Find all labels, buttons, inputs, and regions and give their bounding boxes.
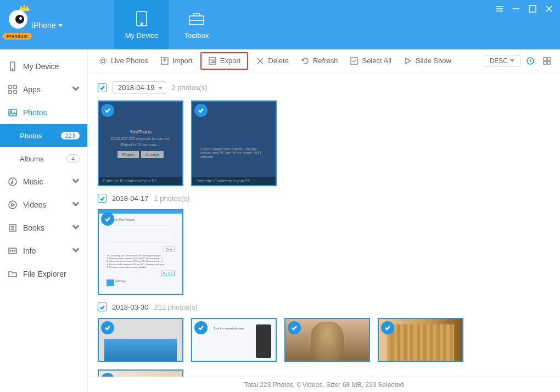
sidebar-item-info[interactable]: Info [0, 239, 87, 262]
sidebar: My Device Apps Photos Photos 223 Albums … [0, 49, 88, 392]
date-group-header: 2018-03-30 212 photos(s) [98, 303, 550, 311]
delete-button[interactable]: Delete [251, 54, 293, 68]
selected-check-icon [194, 321, 208, 334]
sidebar-item-videos[interactable]: Videos [0, 193, 87, 216]
tab-toolbox[interactable]: Toolbox [169, 0, 224, 49]
status-bar: Total 223 Photos, 0 Videos, Size: 68 MB,… [88, 377, 560, 392]
svg-rect-8 [529, 5, 536, 12]
date-group: 2018-04-17 1 photos(s) Windows iPad Netw… [98, 194, 550, 295]
music-icon [8, 177, 18, 187]
window-controls [495, 4, 553, 13]
caret-down-icon [58, 24, 63, 27]
menu-icon[interactable] [495, 4, 504, 13]
photos-icon [8, 108, 18, 117]
photo-thumbnail[interactable] [284, 318, 370, 362]
svg-rect-0 [137, 12, 147, 26]
svg-rect-17 [9, 109, 16, 116]
apps-icon [8, 85, 18, 94]
date-dropdown[interactable]: 2018-04-19 [112, 81, 166, 94]
sidebar-item-music[interactable]: Music [0, 170, 87, 193]
export-button[interactable]: Export [200, 52, 249, 70]
close-button[interactable] [545, 4, 553, 13]
minimize-button[interactable] [512, 4, 520, 13]
logo-area: Premium iPhone [0, 0, 114, 49]
group-checkbox[interactable] [98, 303, 107, 311]
date-group-header: 2018-04-19 2 photos(s) [98, 81, 550, 94]
chevron-down-icon [71, 84, 81, 96]
svg-point-1 [141, 23, 143, 24]
photo-thumbnail[interactable]: Windows iPad Network Done You are using … [98, 209, 183, 295]
header-tabs: My Device Toolbox [114, 0, 224, 49]
sidebar-item-my-device[interactable]: My Device [0, 55, 87, 78]
group-checkbox[interactable] [98, 83, 107, 92]
device-label: iPhone [32, 21, 56, 30]
date-label: 2018-03-30 [112, 303, 149, 311]
sidebar-item-photos[interactable]: Photos [0, 101, 87, 124]
sidebar-item-file-explorer[interactable]: File Explorer [0, 262, 87, 285]
svg-rect-13 [9, 86, 12, 88]
folder-icon [8, 269, 18, 279]
photo-thumbnail[interactable]: Just for smartphones [191, 318, 277, 362]
svg-point-30 [102, 59, 105, 63]
group-count: 212 photos(s) [154, 303, 198, 311]
chevron-down-icon [71, 222, 81, 234]
photo-thumbnail[interactable] [378, 318, 463, 362]
svg-rect-40 [544, 61, 546, 64]
svg-point-28 [12, 250, 13, 251]
svg-point-12 [12, 69, 13, 70]
grid-icon [542, 57, 551, 65]
albums-count-badge: 4 [66, 154, 80, 163]
date-group: 2018-04-19 2 photos(s) YouTrans 10.10.20… [98, 81, 550, 186]
group-count: 2 photos(s) [172, 83, 208, 92]
caret-down-icon [510, 59, 514, 62]
tab-my-device[interactable]: My Device [114, 0, 169, 49]
date-label: 2018-04-17 [112, 194, 149, 203]
svg-rect-41 [547, 61, 550, 64]
live-photos-button[interactable]: Live Photos [94, 54, 153, 68]
device-icon [8, 61, 18, 71]
premium-badge: Premium [2, 33, 32, 40]
sidebar-item-albums[interactable]: Albums 4 [0, 147, 87, 170]
photo-scroll-area[interactable]: 2018-04-19 2 photos(s) YouTrans 10.10.20… [88, 72, 560, 377]
sidebar-item-books[interactable]: Books [0, 216, 87, 239]
time-view-button[interactable] [524, 54, 537, 68]
photo-thumbnail[interactable] [98, 369, 183, 377]
photo-thumbnail[interactable]: Please make sure that the mobile device … [191, 100, 277, 186]
selected-check-icon [101, 212, 114, 226]
photo-thumbnail[interactable]: YouTrans 10.10.200.200 requests to conne… [98, 100, 183, 186]
sidebar-item-photos-sub[interactable]: Photos 223 [0, 124, 87, 147]
slideshow-button[interactable]: Slide Show [399, 54, 456, 68]
import-icon [160, 57, 169, 65]
chevron-down-icon [71, 245, 81, 257]
grid-view-button[interactable] [540, 54, 553, 68]
toolbar: Live Photos Import Export Delete Refresh… [88, 49, 560, 72]
import-button[interactable]: Import [156, 54, 197, 68]
books-icon [8, 223, 18, 233]
delete-icon [256, 57, 265, 65]
select-all-icon [350, 57, 359, 65]
photo-thumbnail[interactable] [98, 318, 183, 362]
svg-point-27 [10, 250, 11, 251]
svg-point-29 [14, 250, 15, 251]
maximize-button[interactable] [528, 4, 537, 13]
device-selector[interactable]: iPhone [32, 21, 63, 30]
toolbox-icon [187, 10, 206, 27]
select-all-button[interactable]: Select All [345, 54, 395, 68]
refresh-button[interactable]: Refresh [296, 54, 343, 68]
app-header: Premium iPhone My Device Toolbox [0, 0, 560, 49]
live-photos-icon [99, 57, 108, 65]
content-area: Live Photos Import Export Delete Refresh… [88, 49, 560, 392]
sidebar-item-apps[interactable]: Apps [0, 78, 87, 101]
svg-rect-16 [14, 91, 16, 93]
refresh-icon [301, 57, 310, 65]
sort-order-button[interactable]: DESC [484, 55, 520, 67]
selected-check-icon [194, 104, 208, 117]
app-logo-icon [7, 4, 31, 29]
chevron-down-icon [71, 199, 81, 211]
svg-rect-14 [14, 86, 16, 88]
svg-point-18 [10, 111, 12, 112]
svg-point-21 [9, 201, 16, 209]
svg-point-31 [100, 58, 107, 64]
group-checkbox[interactable] [98, 194, 107, 203]
photos-count-badge: 223 [61, 132, 80, 139]
